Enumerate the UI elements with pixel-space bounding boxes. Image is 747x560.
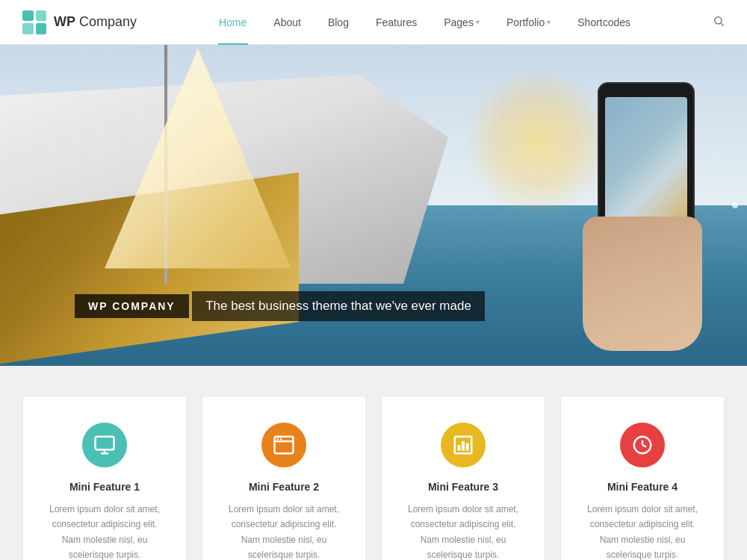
main-nav: Home About Blog Features Pages ▾ Portfol…	[137, 0, 713, 45]
logo[interactable]: WP Company	[22, 10, 137, 34]
clock-icon	[631, 434, 654, 456]
nav-shortcodes[interactable]: Shortcodes	[564, 0, 644, 45]
phone-hand	[583, 217, 702, 351]
feature-title-2: Mini Feature 2	[221, 481, 347, 493]
svg-rect-2	[96, 437, 114, 450]
browser-icon	[273, 434, 295, 456]
feature-title-4: Mini Feature 4	[580, 481, 705, 493]
feature-icon-3	[441, 423, 486, 467]
logo-cell-2	[36, 10, 47, 22]
hero-phone-mockup	[560, 82, 710, 351]
feature-text-3: Lorem ipsum dolor sit amet, consectetur …	[400, 502, 526, 560]
portfolio-chevron-icon: ▾	[547, 18, 551, 26]
hero-badge: WP COMPANY	[75, 294, 189, 318]
nav-features[interactable]: Features	[362, 0, 430, 45]
svg-line-1	[721, 23, 724, 26]
nav-about[interactable]: About	[260, 0, 314, 45]
feature-title-1: Mini Feature 1	[42, 481, 167, 493]
logo-cell-4	[36, 23, 47, 34]
feature-icon-1	[82, 423, 127, 467]
logo-cell-1	[22, 10, 34, 22]
feature-icon-2	[261, 423, 306, 467]
feature-text-1: Lorem ipsum dolor sit amet, consectetur …	[42, 502, 167, 560]
nav-pages[interactable]: Pages ▾	[430, 0, 493, 45]
svg-line-15	[642, 445, 646, 447]
nav-home[interactable]: Home	[205, 0, 260, 45]
slider-dot[interactable]	[732, 202, 738, 208]
logo-cell-3	[22, 23, 34, 34]
feature-title-3: Mini Feature 3	[400, 481, 526, 493]
pages-chevron-icon: ▾	[476, 18, 480, 26]
hero-subtitle: The best business theme that we've ever …	[192, 291, 485, 321]
search-icon[interactable]	[713, 15, 725, 30]
feature-icon-4	[620, 423, 665, 467]
site-header: WP Company Home About Blog Features Page…	[0, 0, 747, 45]
features-grid: Mini Feature 1 Lorem ipsum dolor sit ame…	[22, 396, 725, 560]
feature-card-4: Mini Feature 4 Lorem ipsum dolor sit ame…	[560, 396, 725, 560]
logo-text: WP Company	[54, 14, 137, 30]
nav-portfolio[interactable]: Portfolio ▾	[493, 0, 564, 45]
feature-text-2: Lorem ipsum dolor sit amet, consectetur …	[221, 502, 347, 560]
features-section: Mini Feature 1 Lorem ipsum dolor sit ame…	[0, 366, 747, 560]
nav-blog[interactable]: Blog	[314, 0, 362, 45]
feature-text-4: Lorem ipsum dolor sit amet, consectetur …	[580, 502, 705, 560]
svg-point-8	[280, 438, 282, 441]
feature-card-2: Mini Feature 2 Lorem ipsum dolor sit ame…	[202, 396, 366, 560]
hero-text-block: WP COMPANY The best business theme that …	[75, 291, 485, 321]
svg-rect-10	[458, 445, 461, 451]
feature-card-3: Mini Feature 3 Lorem ipsum dolor sit ame…	[381, 396, 545, 560]
svg-rect-12	[466, 444, 469, 451]
svg-point-7	[277, 438, 279, 441]
feature-card-1: Mini Feature 1 Lorem ipsum dolor sit ame…	[22, 396, 187, 560]
monitor-icon	[93, 434, 116, 456]
chart-icon	[452, 434, 474, 456]
svg-rect-11	[462, 441, 465, 451]
hero-section: WP COMPANY The best business theme that …	[0, 45, 747, 366]
logo-grid-icon	[22, 10, 46, 34]
svg-point-0	[715, 16, 722, 23]
